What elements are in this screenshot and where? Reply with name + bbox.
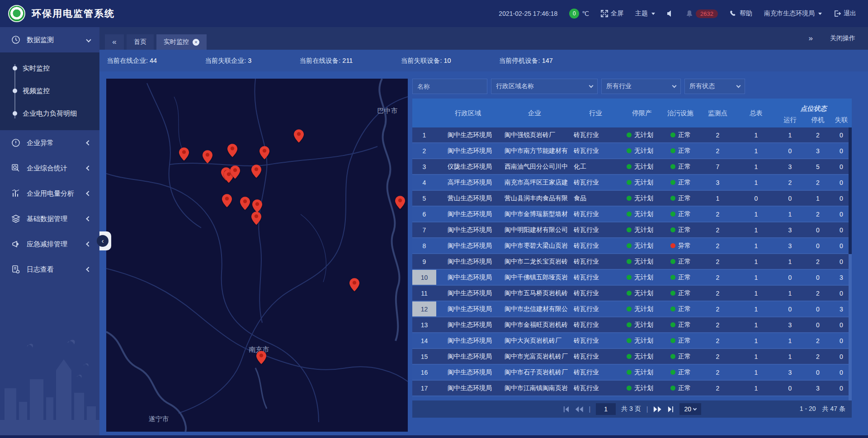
sound-button[interactable] [667,10,674,17]
cell-stop: 0 [805,270,831,285]
map-marker-icon[interactable] [222,194,232,207]
cell-facility-status: 正常 [662,365,698,380]
status-dot-icon [627,370,632,375]
cell-limit-status: 无计划 [622,333,662,348]
prev-page-button[interactable] [575,406,584,412]
scrollbar-thumb[interactable] [849,127,852,254]
cell-industry: 砖瓦行业 [570,270,622,285]
map-marker-icon[interactable] [252,199,262,213]
sidebar-group-emergency-reduction[interactable]: 应急减排管理 [0,231,99,257]
table-row[interactable]: 12阆中生态环境局阆中市忠信建材有限公砖瓦行业无计划正常21003 [412,301,852,317]
table-row[interactable]: 15阆中生态环境局阆中市光富页岩机砖厂砖瓦行业无计划正常21120 [412,349,852,365]
cell-run: 1 [775,207,805,221]
map-marker-icon[interactable] [256,351,266,364]
cell-meters: 1 [737,159,775,174]
cell-region: 南部生态环境局 [436,396,500,400]
table-row[interactable]: 4高坪生态环境局南充市高坪区王家店建砖瓦行业无计划正常31220 [412,175,852,191]
table-row[interactable]: 13阆中生态环境局阆中市金福旺页岩机砖砖瓦行业无计划正常21300 [412,317,852,333]
cell-row-number: 12 [412,301,436,316]
sidebar-item-video-monitor[interactable]: 视频监控 [0,80,99,102]
region-filter-select[interactable]: 行政区域名称 [491,79,598,94]
notifications[interactable]: 2632 [686,9,718,18]
map-marker-icon[interactable] [395,196,405,209]
close-icon[interactable]: × [193,39,199,46]
table-row[interactable]: 9阆中生态环境局阆中市二龙长宝页岩砖砖瓦行业无计划正常21120 [412,254,852,270]
logout-button[interactable]: 退出 [834,9,856,18]
cell-run: 0 [775,381,805,396]
sidebar-item-power-load-detail[interactable]: 企业电力负荷明细 [0,102,99,125]
next-page-button[interactable] [653,406,662,412]
name-filter-field[interactable] [412,79,487,94]
map-marker-icon[interactable] [294,129,304,143]
table-row[interactable]: 17阆中生态环境局阆中市江南镇阆南页岩砖瓦行业无计划正常21030 [412,381,852,396]
sidebar-group-log-view[interactable]: 日志查看 [0,257,99,282]
map-marker-icon[interactable] [251,212,261,225]
cell-facility-status: 正常 [662,175,698,190]
theme-dropdown[interactable]: 主题 [635,9,655,18]
column-header-industry: 行业 [570,99,622,127]
sidebar-item-realtime-monitor[interactable]: 实时监控 [0,57,99,80]
tab-realtime-monitor[interactable]: 实时监控 × [156,34,207,50]
table-header: 行政区域 企业 行业 停限产 治污设施 监测点 总表 点位状态 运行 停机 失联 [412,99,852,127]
table-row[interactable]: 10阆中生态环境局阆中千佛镇五郎垭页岩砖瓦行业无计划正常21003 [412,270,852,286]
sidebar-group-enterprise-abnormal[interactable]: 企业异常 [0,130,99,155]
map-marker-icon[interactable] [349,278,359,292]
table-row[interactable]: 7阆中生态环境局阆中明阳建材有限公司砖瓦行业无计划正常21300 [412,222,852,238]
cell-facility-status: 正常 [662,301,698,316]
cell-stop: 2 [805,127,831,142]
cell-limit-status: 无计划 [622,143,662,158]
name-filter-input[interactable] [417,83,482,90]
table-row[interactable]: 11阆中生态环境局阆中市五马桥页岩机砖砖瓦行业无计划正常21120 [412,286,852,301]
map-panel[interactable]: 巴中市南充市遂宁市 [106,79,408,432]
table-row[interactable]: 16阆中生态环境局阆中市石子页岩机砖厂砖瓦行业无计划正常21300 [412,365,852,381]
help-button[interactable]: 帮助 [730,9,752,18]
sidebar-group-enterprise-statistics[interactable]: 企业综合统计 [0,155,99,181]
app-logo-icon [8,5,25,22]
table-row[interactable]: 18南部生态环境局南部县鸿华页岩有限公砖瓦行业无计划正常62060 [412,396,852,400]
app-header: 环保用电监管系统 2021-02-25 17:46:18 0 ℃ 全屏 主题 2… [0,0,868,27]
cell-industry: 砖瓦行业 [570,254,622,269]
org-dropdown[interactable]: 南充市生态环境局 [764,9,822,18]
status-dot-icon [627,148,632,153]
sidebar-group-base-data[interactable]: 基础数据管理 [0,206,99,231]
cell-region: 仪陇生态环境局 [436,159,500,174]
sidebar-collapse-toggle[interactable]: ‹ [99,231,111,250]
table-row[interactable]: 5营山生态环境局营山县润丰肉食品有限食品无计划正常10010 [412,191,852,207]
cell-limit-status: 无计划 [622,127,662,142]
cell-points: 2 [698,207,737,221]
map-marker-icon[interactable] [203,150,212,164]
map-marker-icon[interactable] [230,165,240,179]
tabs-scroll-left-button[interactable]: « [105,34,124,50]
chevron-left-icon [86,191,91,196]
map-marker-icon[interactable] [227,144,237,157]
table-row[interactable]: 1阆中生态环境局阆中强锐页岩砖厂砖瓦行业无计划正常21120 [412,127,852,143]
last-page-button[interactable] [667,406,674,412]
cell-industry: 砖瓦行业 [570,317,622,332]
page-size-select[interactable]: 20 [679,403,701,415]
industry-filter-select[interactable]: 所有行业 [601,79,681,94]
sidebar-group-power-analysis[interactable]: 企业用电量分析 [0,181,99,206]
chevron-left-icon [86,140,91,145]
map-marker-icon[interactable] [179,147,189,161]
temperature-unit: ℃ [582,10,589,17]
close-operations-dropdown[interactable]: 关闭操作 [830,34,855,42]
first-page-button[interactable] [563,406,570,412]
fullscreen-button[interactable]: 全屏 [601,9,623,18]
table-row[interactable]: 14阆中生态环境局阆中大兴页岩机砖厂砖瓦行业无计划正常21120 [412,333,852,349]
table-scrollbar[interactable] [849,127,852,400]
tabs-scroll-right-button[interactable]: » [809,34,813,43]
status-filter-select[interactable]: 所有状态 [684,79,745,94]
table-row[interactable]: 6阆中生态环境局阆中市金博瑞新型墙材砖瓦行业无计划正常21120 [412,207,852,222]
tab-home[interactable]: 首页 [127,34,154,50]
page-number-input[interactable]: 1 [596,403,616,415]
table-row[interactable]: 3仪陇生态环境局西南油气田分公司川中化工无计划正常71350 [412,159,852,175]
map-marker-icon[interactable] [259,146,269,160]
sidebar-group-data-monitoring[interactable]: 数据监测 [0,27,99,52]
map-marker-icon[interactable] [251,165,261,178]
table-row[interactable]: 2阆中生态环境局阆中市南方节能建材有砖瓦行业无计划正常21030 [412,143,852,159]
cell-company: 阆中市忠信建材有限公 [500,301,570,316]
table-row[interactable]: 8阆中生态环境局阆中市枣碧大梁山页岩砖瓦行业无计划异常21300 [412,238,852,254]
map-marker-icon[interactable] [240,197,250,210]
cell-industry: 砖瓦行业 [570,175,622,190]
cell-limit-status: 无计划 [622,238,662,253]
